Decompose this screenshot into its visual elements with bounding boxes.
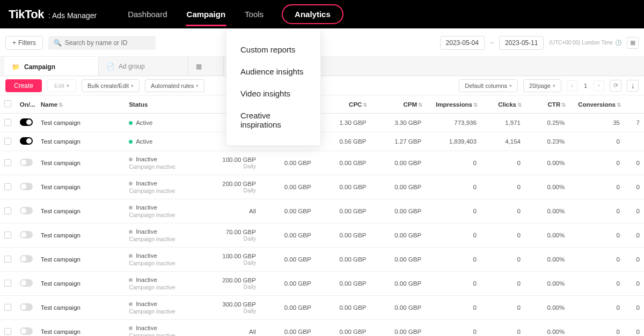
campaign-name[interactable]: Test campaign <box>36 151 125 175</box>
campaign-name[interactable]: Test campaign <box>36 132 125 151</box>
row-toggle[interactable] <box>20 255 33 263</box>
row-checkbox[interactable] <box>4 138 11 145</box>
campaign-name[interactable]: Test campaign <box>36 223 125 248</box>
campaign-name[interactable]: Test campaign <box>36 272 125 296</box>
campaign-status: Inactive Campaign inactive <box>125 248 213 272</box>
dropdown-audience-insights[interactable]: Audience insights <box>226 61 320 83</box>
ctr-cell: 0.00% <box>525 248 569 272</box>
row-checkbox[interactable] <box>4 328 11 335</box>
budget-cell: 200.00 GBP Daily <box>213 272 260 296</box>
search-box[interactable]: 🔍 <box>48 36 156 50</box>
table-row[interactable]: Test campaign Active A... 0.56 GBP 1.27 … <box>0 132 644 151</box>
row-checkbox[interactable] <box>4 304 11 311</box>
table-row[interactable]: Test campaign Inactive Campaign inactive… <box>0 199 644 223</box>
budget-cell: 70.00 GBP Daily <box>213 223 260 248</box>
budget-sub: Daily <box>217 187 256 193</box>
conversions-cell: 0 <box>569 296 624 320</box>
col-onoff[interactable]: On/... <box>16 95 36 114</box>
dropdown-custom-reports[interactable]: Custom reports <box>226 39 320 61</box>
table-row[interactable]: Test campaign Inactive Campaign inactive… <box>0 151 644 175</box>
col-cpm[interactable]: CPM⇅ <box>370 95 426 114</box>
table-row[interactable]: Test campaign Inactive Campaign inactive… <box>0 320 644 337</box>
select-all-checkbox[interactable] <box>4 100 11 107</box>
row-toggle[interactable] <box>20 118 33 126</box>
pagesize-select[interactable]: 20/page ▾ <box>523 79 561 92</box>
row-checkbox[interactable] <box>4 183 11 190</box>
extra-cell: 0 <box>624 272 644 296</box>
export-button[interactable]: ⭳ <box>627 80 639 92</box>
tab-ad[interactable]: ▦ <box>188 57 224 76</box>
row-checkbox[interactable] <box>4 119 11 126</box>
row-checkbox[interactable] <box>4 256 11 263</box>
budget-cell: 300.00 GBP Daily <box>213 296 260 320</box>
conversions-cell: 0 <box>569 248 624 272</box>
cost-cell: 0.00 GBP <box>260 199 316 223</box>
columns-select[interactable]: Default columns ▾ <box>459 79 518 92</box>
edit-button[interactable]: Edit ▾ <box>47 79 76 92</box>
sort-icon: ⇅ <box>517 102 521 108</box>
nav-dashboard[interactable]: Dashboard <box>127 6 168 22</box>
campaign-name[interactable]: Test campaign <box>36 320 125 337</box>
table-row[interactable]: Test campaign Inactive Campaign inactive… <box>0 248 644 272</box>
dropdown-video-insights[interactable]: Video insights <box>226 83 320 104</box>
refresh-button[interactable]: ⟳ <box>610 80 621 92</box>
row-toggle[interactable] <box>20 207 33 214</box>
tab-campaign[interactable]: 📁 Campaign <box>4 57 99 76</box>
col-name[interactable]: Name⇅ <box>36 95 125 114</box>
table-row[interactable]: Test campaign Inactive Campaign inactive… <box>0 296 644 320</box>
row-checkbox[interactable] <box>4 232 11 238</box>
row-checkbox[interactable] <box>4 280 11 287</box>
impressions-cell: 773,936 <box>426 114 481 132</box>
campaign-name[interactable]: Test campaign <box>36 248 125 272</box>
campaign-name[interactable]: Test campaign <box>36 114 125 132</box>
row-toggle[interactable] <box>20 183 33 190</box>
campaign-name[interactable]: Test campaign <box>36 199 125 223</box>
row-toggle[interactable] <box>20 231 33 238</box>
row-toggle[interactable] <box>20 137 33 145</box>
automated-rules-button[interactable]: Automated rules ▾ <box>145 79 204 92</box>
col-clicks[interactable]: Clicks⇅ <box>481 95 525 114</box>
status-dot-icon <box>129 254 133 258</box>
next-page-button[interactable]: › <box>594 80 604 91</box>
row-toggle[interactable] <box>20 327 33 335</box>
col-ctr[interactable]: CTR⇅ <box>525 95 569 114</box>
extra-cell: 0 <box>624 175 644 199</box>
date-start[interactable]: 2023-05-04 <box>440 36 485 50</box>
tab-adgroup[interactable]: 📄 Ad group <box>99 57 188 76</box>
row-toggle[interactable] <box>20 303 33 311</box>
nav-analytics[interactable]: Analytics <box>282 4 343 24</box>
row-toggle[interactable] <box>20 159 33 166</box>
conversions-cell: 0 <box>569 320 624 337</box>
col-cpc[interactable]: CPC⇅ <box>316 95 371 114</box>
create-button[interactable]: Create <box>5 79 42 92</box>
table-row[interactable]: Test campaign Inactive Campaign inactive… <box>0 223 644 248</box>
campaign-name[interactable]: Test campaign <box>36 175 125 199</box>
table-row[interactable]: Test campaign Inactive Campaign inactive… <box>0 175 644 199</box>
search-input[interactable] <box>65 39 150 47</box>
cpc-cell: 0.00 GBP <box>316 223 371 248</box>
nav-campaign[interactable]: Campaign <box>186 6 227 22</box>
col-impressions[interactable]: Impressions⇅ <box>426 95 481 114</box>
budget-sub: Daily <box>217 235 256 242</box>
date-end[interactable]: 2023-05-11 <box>499 36 544 50</box>
chevron-down-icon: ▾ <box>196 83 199 88</box>
clicks-cell: 0 <box>481 296 525 320</box>
col-conversions[interactable]: Conversions⇅ <box>569 95 624 114</box>
col-status[interactable]: Status <box>125 95 213 114</box>
table-row[interactable]: Test campaign Active A... 1.30 GBP 3.30 … <box>0 114 644 132</box>
filters-button[interactable]: + Filters <box>5 36 43 50</box>
prev-page-button[interactable]: ‹ <box>567 80 577 91</box>
calendar-icon-button[interactable]: ▦ <box>627 37 639 49</box>
budget-sub: Daily <box>217 163 256 169</box>
cost-cell: 0.00 GBP <box>260 272 316 296</box>
campaign-name[interactable]: Test campaign <box>36 296 125 320</box>
status-dot-icon <box>129 206 133 210</box>
table-row[interactable]: Test campaign Inactive Campaign inactive… <box>0 272 644 296</box>
clicks-cell: 0 <box>481 199 525 223</box>
bulk-button[interactable]: Bulk create/Edit ▾ <box>82 79 140 92</box>
row-toggle[interactable] <box>20 279 33 287</box>
row-checkbox[interactable] <box>4 159 11 166</box>
nav-tools[interactable]: Tools <box>244 6 265 22</box>
dropdown-creative-inspirations[interactable]: Creative inspirations <box>226 104 320 136</box>
row-checkbox[interactable] <box>4 207 11 214</box>
